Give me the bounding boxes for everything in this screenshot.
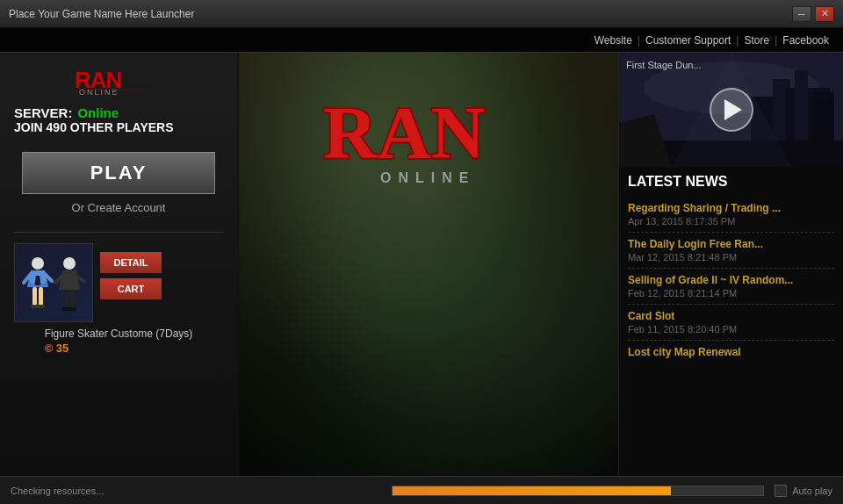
play-triangle xyxy=(724,99,742,120)
svg-rect-5 xyxy=(39,287,43,306)
item-image xyxy=(14,243,93,322)
game-logo: RAN ONLINE xyxy=(66,63,171,97)
news-item-5[interactable]: Lost city Map Renewal xyxy=(628,341,834,365)
nav-website[interactable]: Website xyxy=(594,34,632,47)
svg-point-3 xyxy=(32,257,44,270)
item-price: © 35 xyxy=(45,342,193,355)
progress-container xyxy=(392,486,764,496)
news-item-title-2: The Daily Login Free Ran... xyxy=(628,238,834,250)
svg-point-10 xyxy=(63,257,76,270)
svg-text:ONLINE: ONLINE xyxy=(79,88,119,97)
news-item-date-4: Feb 11, 2015 8:20:40 PM xyxy=(628,324,834,335)
item-info: Figure Skater Custome (7Days) © 35 xyxy=(45,328,193,355)
news-item-title-3: Selling of Grade II ~ IV Random... xyxy=(628,274,834,286)
news-item-title-1: Regarding Sharing / Trading ... xyxy=(628,202,834,214)
minimize-button[interactable]: ─ xyxy=(792,6,811,22)
left-panel: RAN ONLINE SERVER: Online JOIN 490 OTHER… xyxy=(0,53,239,476)
autoplay-label: Auto play xyxy=(792,486,832,496)
news-item-3[interactable]: Selling of Grade II ~ IV Random... Feb 1… xyxy=(628,269,834,305)
skater-male-icon xyxy=(54,256,85,318)
nav-sep-3: | xyxy=(775,34,777,47)
news-item-1[interactable]: Regarding Sharing / Trading ... Apr 13, … xyxy=(628,197,834,233)
logo-area: RAN ONLINE xyxy=(14,63,223,97)
news-item-title-5: Lost city Map Renewal xyxy=(628,346,834,358)
play-button[interactable]: PLAY xyxy=(22,152,215,194)
item-controls: DETAIL CART xyxy=(100,243,162,299)
news-item-title-4: Card Slot xyxy=(628,310,834,322)
nav-sep-1: | xyxy=(638,34,640,47)
svg-text:RAN: RAN xyxy=(323,91,485,174)
window-title: Place Your Game Name Here Launcher xyxy=(9,8,194,20)
news-section: LATEST NEWS Regarding Sharing / Trading … xyxy=(619,167,843,476)
svg-rect-14 xyxy=(68,307,76,311)
svg-rect-12 xyxy=(70,290,75,309)
nav-store[interactable]: Store xyxy=(744,34,769,47)
nav-sep-2: | xyxy=(736,34,739,47)
status-bar: Checking resources... Auto play xyxy=(0,476,843,504)
nav-bar: Website | Customer Support | Store | Fac… xyxy=(0,28,843,53)
title-bar: Place Your Game Name Here Launcher ─ ✕ xyxy=(0,0,843,28)
video-play-icon[interactable] xyxy=(710,88,753,132)
svg-rect-26 xyxy=(795,70,808,149)
game-area: RAN RAN RAN ONLINE xyxy=(239,53,618,476)
skater-female-icon xyxy=(22,256,54,318)
right-panel: First Stage Dun... LATEST NEWS Regarding… xyxy=(618,53,843,476)
autoplay-checkbox[interactable] xyxy=(775,485,787,497)
game-center-logo: RAN RAN RAN ONLINE xyxy=(306,79,551,205)
divider-1 xyxy=(14,232,223,233)
shop-item: DETAIL CART xyxy=(14,243,223,322)
nav-customer-support[interactable]: Customer Support xyxy=(645,34,731,47)
svg-rect-7 xyxy=(37,305,45,308)
news-item-2[interactable]: The Daily Login Free Ran... Mar 12, 2015… xyxy=(628,233,834,269)
video-label: First Stage Dun... xyxy=(626,60,702,70)
server-label: SERVER: xyxy=(14,105,72,120)
main-content: RAN ONLINE SERVER: Online JOIN 490 OTHER… xyxy=(0,53,843,476)
news-item-4[interactable]: Card Slot Feb 11, 2015 8:20:40 PM xyxy=(628,305,834,341)
news-item-date-2: Mar 12, 2015 8:21:48 PM xyxy=(628,252,834,263)
nav-facebook[interactable]: Facebook xyxy=(782,34,829,47)
item-name: Figure Skater Custome (7Days) xyxy=(45,328,193,340)
news-title: LATEST NEWS xyxy=(628,174,834,190)
server-status: SERVER: Online JOIN 490 OTHER PLAYERS xyxy=(14,105,223,148)
detail-button[interactable]: DETAIL xyxy=(100,252,162,273)
window-controls: ─ ✕ xyxy=(792,6,834,22)
join-text: JOIN 490 OTHER PLAYERS xyxy=(14,120,223,134)
server-value: Online xyxy=(77,105,119,120)
svg-text:ONLINE: ONLINE xyxy=(380,170,475,185)
news-item-date-3: Feb 12, 2015 8:21:14 PM xyxy=(628,288,834,299)
autoplay-area: Auto play xyxy=(775,485,832,497)
close-button[interactable]: ✕ xyxy=(815,6,834,22)
video-thumbnail[interactable]: First Stage Dun... xyxy=(619,53,843,167)
news-item-date-1: Apr 13, 2015 8:17:35 PM xyxy=(628,216,834,227)
cart-button[interactable]: CART xyxy=(100,278,162,299)
create-account-link[interactable]: Or Create Account xyxy=(72,201,166,214)
status-text: Checking resources... xyxy=(11,486,381,496)
svg-rect-4 xyxy=(32,287,37,306)
progress-bar xyxy=(393,486,671,495)
svg-rect-11 xyxy=(64,290,68,309)
server-line: SERVER: Online xyxy=(14,105,223,120)
